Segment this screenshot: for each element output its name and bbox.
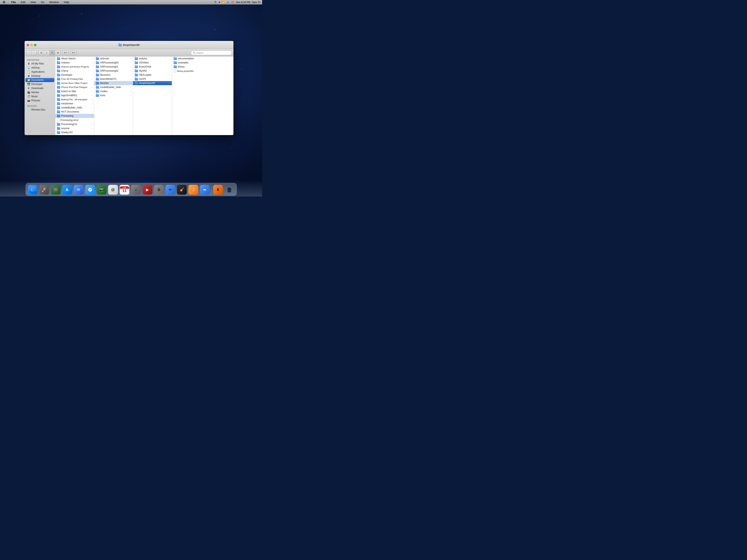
list-item-processing-error[interactable]: Processing error <box>55 118 94 122</box>
dock-addressbook[interactable]: @ <box>108 184 118 195</box>
search-box[interactable]: 🔍 <box>191 51 232 55</box>
view-coverflow-button[interactable]: ⊠ <box>55 51 60 55</box>
list-item[interactable]: iPhone iPod iPad Designs › <box>55 85 94 89</box>
view-column-button[interactable]: ⊟ <box>50 51 55 55</box>
dock-migration[interactable]: ➡ <box>200 184 210 195</box>
dock-trash[interactable]: 🗑 <box>224 184 235 195</box>
list-item[interactable]: modes › <box>94 89 133 93</box>
menu-help[interactable]: Help <box>63 1 70 4</box>
view-icon-button[interactable]: ⊞ <box>38 51 44 55</box>
sidebar-item-developer[interactable]: 👨‍💻 Developer <box>25 82 54 86</box>
dock-colorsync[interactable]: 🎨 <box>188 184 199 195</box>
sidebar-item-all-my-files[interactable]: 🖥 All My Files <box>25 62 54 66</box>
list-item[interactable]: modelBuilder_hello › <box>94 85 133 89</box>
list-item[interactable]: NyAR2 › <box>133 69 172 73</box>
action-button[interactable]: ⚙ ▾ <box>62 51 69 55</box>
dock-appstore[interactable]: A <box>62 184 73 195</box>
list-item-simpleopenni[interactable]: SimpleOpenNI › <box>133 81 172 85</box>
dock-downloads-stack[interactable]: ⬇ <box>213 184 224 195</box>
list-item[interactable]: KinectOrbit › <box>133 65 172 69</box>
list-item[interactable]: About Stacks › <box>55 56 94 60</box>
dock-facetime[interactable]: 📷 <box>96 184 107 195</box>
list-item-bouncers[interactable]: Bouncers › <box>94 73 133 77</box>
list-item[interactable]: library › <box>172 65 233 69</box>
list-item[interactable]: Free 3D Printing Files › <box>55 77 94 81</box>
dock-instruments[interactable]: 🎸 <box>177 184 187 195</box>
launchpad-icon: 🚀 <box>39 185 49 195</box>
maximize-button[interactable] <box>34 44 36 46</box>
list-item[interactable]: ARProcessing00 › <box>94 60 133 65</box>
list-item[interactable]: kinectWriteSTL › <box>94 77 133 81</box>
file-name: Processing <box>61 114 73 117</box>
dock-sysprefs[interactable]: ⚙ <box>154 184 164 195</box>
list-item[interactable]: ARProcessing02 › <box>94 69 133 73</box>
view-list-button[interactable]: ≡ <box>44 51 49 55</box>
list-item[interactable]: MakingThin...all-examples › <box>55 98 94 102</box>
sidebar-item-desktop[interactable]: 🖥 Desktop <box>25 74 54 78</box>
dock-facelab[interactable]: 👾 <box>50 184 61 195</box>
sidebar-item-airdrop[interactable]: 📡 AirDrop <box>25 66 54 70</box>
title-bar: SimpleOpenNI <box>25 41 233 49</box>
menu-window[interactable]: Window <box>49 1 59 4</box>
dock-dvdplayer[interactable]: ▶ <box>142 184 153 195</box>
sidebar-item-pictures[interactable]: 📷 Pictures <box>25 99 54 103</box>
sidebar-item-music[interactable]: 🎵 Music <box>25 95 54 99</box>
list-item[interactable]: modelBuilder_hello › <box>55 106 94 110</box>
list-item[interactable]: Developer › <box>55 73 94 77</box>
file-name: MakingThin...all-examples <box>61 98 87 101</box>
back-button[interactable]: ‹ <box>26 51 31 55</box>
list-item-processing[interactable]: Processing › <box>55 114 94 118</box>
list-item[interactable]: meshmixer › <box>55 102 94 106</box>
list-item[interactable]: Chevy › <box>55 69 94 73</box>
list-item[interactable]: Arduino and Kinect Projects › <box>55 65 94 69</box>
list-item[interactable]: ProcessingChi › <box>55 122 94 126</box>
sidebar-item-movies[interactable]: 🎬 Movies <box>25 90 54 95</box>
list-item[interactable]: Working Docs › <box>55 134 94 135</box>
list-item[interactable]: oscP5 › <box>133 77 172 81</box>
list-item[interactable]: Shelby RC › <box>55 130 94 134</box>
menu-go[interactable]: Go <box>40 1 45 4</box>
dock-calendar[interactable]: SUN 11 <box>119 184 130 195</box>
list-item[interactable]: documentation › <box>172 56 233 60</box>
sidebar-item-downloads[interactable]: ⬇ Downloads <box>25 86 54 90</box>
dock-finder[interactable] <box>27 184 38 195</box>
list-item[interactable]: arduino › <box>133 56 172 60</box>
menu-file[interactable]: File <box>10 1 17 4</box>
chevron-icon: › <box>231 62 232 64</box>
list-item[interactable]: Horsie Race XBee Project › <box>55 81 94 85</box>
sidebar-item-documents[interactable]: 📁 Documents <box>25 78 54 82</box>
arrange-button[interactable]: ⊞ ▾ <box>71 51 77 55</box>
list-item[interactable]: Arduino › <box>55 60 94 65</box>
close-button[interactable] <box>27 44 29 46</box>
folder-icon <box>96 82 99 84</box>
dock-safari[interactable]: 🧭 <box>85 184 96 195</box>
list-item[interactable]: ARProcessing01 › <box>94 65 133 69</box>
sidebar-item-applications[interactable]: 📋 Applications <box>25 70 54 74</box>
sidebar-item-remote-disc[interactable]: 💿 Remote Disc <box>25 108 54 112</box>
dock-itunes[interactable]: ♪ <box>131 184 141 195</box>
list-item[interactable]: legoDroid8001 › <box>55 93 94 98</box>
menubar-volume: 🔊 <box>227 1 230 4</box>
dock-mail[interactable]: ✉ <box>73 184 84 195</box>
dock-launchpad[interactable]: 🚀 <box>39 184 50 195</box>
list-item[interactable]: tools › <box>94 93 133 98</box>
menu-view[interactable]: View <box>29 1 37 4</box>
list-item[interactable]: airbrush › <box>94 56 133 60</box>
dock-textedit[interactable]: ✏ <box>165 184 176 195</box>
minimize-button[interactable] <box>30 44 33 46</box>
list-item[interactable]: examples › <box>172 60 233 65</box>
list-item[interactable]: OBJLoader › <box>133 73 172 77</box>
apple-menu[interactable]: ⌘ <box>2 0 6 4</box>
menubar-time-machine: ⏱ <box>214 1 217 4</box>
search-input[interactable] <box>196 52 229 54</box>
file-name: Developer <box>61 74 73 76</box>
list-item-library-properties[interactable]: library.properties <box>172 69 233 73</box>
list-item-libraries[interactable]: libraries › <box>94 81 133 85</box>
list-item[interactable]: kinect on Mac › <box>55 89 94 93</box>
finder-icon <box>28 185 38 195</box>
forward-button[interactable]: › <box>31 51 36 55</box>
list-item[interactable]: resume › <box>55 126 94 130</box>
list-item[interactable]: NXT Documents › <box>55 110 94 114</box>
menu-edit[interactable]: Edit <box>20 1 26 4</box>
list-item[interactable]: GSVideo › <box>133 60 172 65</box>
